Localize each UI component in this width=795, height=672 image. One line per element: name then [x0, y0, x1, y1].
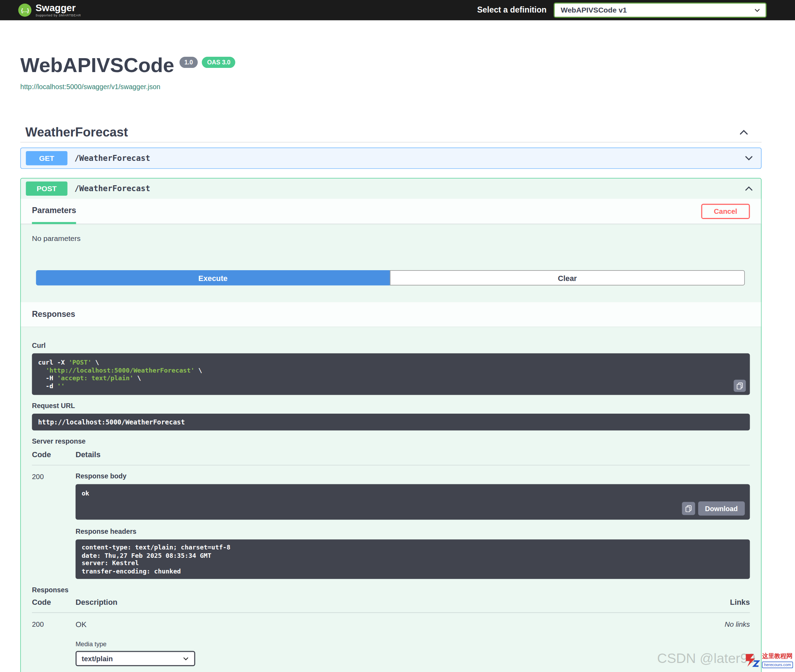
code-token: \	[91, 358, 99, 366]
media-type-label: Media type	[75, 641, 689, 648]
code-token-string: 'POST'	[69, 358, 91, 366]
page-title: WebAPIVSCode	[20, 54, 174, 75]
server-response-table: Code Details 200 Response body ok	[32, 450, 750, 579]
response-headers-block: content-type: text/plain; charset=utf-8 …	[75, 539, 750, 579]
response-header-line: content-type: text/plain; charset=utf-8	[82, 544, 744, 552]
herecours-logo-icon	[744, 652, 760, 668]
response-header-line: server: Kestrel	[82, 559, 744, 567]
curl-line: 'http://localhost:5000/WeatherForecast' …	[38, 366, 744, 374]
get-summary[interactable]: GET /WeatherForecast	[21, 148, 761, 168]
post-method-badge: POST	[26, 181, 67, 196]
get-method-badge: GET	[26, 151, 67, 165]
topbar: {…} Swagger Supported by SMARTBEAR Selec…	[0, 0, 795, 20]
site-logo-domain: herecours.com	[762, 662, 793, 668]
oas-badge: OAS 3.0	[202, 57, 235, 68]
execute-button[interactable]: Execute	[36, 270, 390, 285]
code-token: -d	[38, 382, 57, 390]
code-token-string: 'http://localhost:5000/WeatherForecast'	[46, 366, 194, 374]
clipboard-icon	[685, 505, 691, 512]
csdn-watermark: CSDN @later99	[657, 651, 755, 667]
copy-response-button[interactable]	[682, 502, 695, 515]
spec-url-link[interactable]: http://localhost:5000/swagger/v1/swagger…	[20, 83, 761, 91]
definition-select[interactable]: WebAPIVSCode v1	[553, 2, 767, 18]
version-badge: 1.0	[179, 57, 198, 68]
server-response-label: Server response	[32, 438, 750, 445]
tag-title: WeatherForecast	[26, 125, 128, 139]
parameters-header: Parameters Cancel	[21, 199, 761, 224]
code-token: \	[194, 366, 202, 374]
description-column-header: Description	[75, 598, 689, 606]
swagger-logo-icon: {…}	[18, 3, 31, 17]
tab-parameters[interactable]: Parameters	[32, 198, 76, 224]
get-path: /WeatherForecast	[75, 154, 150, 163]
responses-header-label: Responses	[32, 310, 75, 319]
select-definition-label: Select a definition	[477, 6, 546, 14]
page: {…} Swagger Supported by SMARTBEAR Selec…	[0, 0, 795, 672]
code-token	[38, 366, 46, 374]
api-info: WebAPIVSCode 1.0 OAS 3.0 http://localhos…	[20, 20, 761, 91]
code-token: -H	[38, 374, 57, 382]
curl-line: curl -X 'POST' \	[38, 358, 744, 366]
site-logo: 这里教程网 herecours.com	[744, 652, 793, 668]
media-type-select[interactable]: text/plain	[75, 651, 195, 666]
responses-doc-label: Responses	[32, 586, 750, 594]
clipboard-icon	[736, 382, 743, 389]
response-body-label: Response body	[75, 472, 750, 480]
cancel-button[interactable]: Cancel	[701, 204, 750, 219]
response-headers-label: Response headers	[75, 528, 750, 536]
no-parameters-text: No parameters	[21, 224, 761, 242]
curl-command-block: curl -X 'POST' \ 'http://localhost:5000/…	[32, 354, 750, 395]
code-token: \	[133, 374, 141, 382]
opblock-post: POST /WeatherForecast Parameters Cancel …	[20, 178, 761, 672]
server-response-row: 200 Response body ok Download	[32, 466, 750, 579]
post-path: /WeatherForecast	[75, 184, 150, 193]
request-url-label: Request URL	[32, 402, 750, 410]
request-url-value: http://localhost:5000/WeatherForecast	[32, 414, 750, 430]
brand-subtitle: Supported by SMARTBEAR	[35, 14, 81, 17]
response-code: 200	[32, 620, 75, 672]
code-column-header: Code	[32, 450, 75, 459]
code-column-header: Code	[32, 598, 75, 606]
curl-line: -d ''	[38, 382, 744, 390]
responses-section-header: Responses	[21, 302, 761, 326]
responses-doc-table: Code Description Links 200 OK Media type…	[32, 598, 750, 672]
copy-curl-button[interactable]	[734, 380, 746, 392]
response-body-block: ok Download	[75, 484, 750, 520]
clear-button[interactable]: Clear	[390, 270, 745, 285]
code-token-string: ''	[57, 382, 65, 390]
response-description: OK	[75, 620, 689, 629]
swagger-logo[interactable]: {…} Swagger Supported by SMARTBEAR	[18, 3, 81, 17]
opblock-get: GET /WeatherForecast	[20, 148, 761, 169]
curl-line: -H 'accept: text/plain' \	[38, 374, 744, 382]
response-doc-row: 200 OK Media type text/plain Controls Ac…	[32, 613, 750, 672]
details-column-header: Details	[75, 450, 750, 459]
download-button[interactable]: Download	[698, 501, 745, 516]
site-logo-title: 这里教程网	[762, 652, 793, 661]
chevron-down-icon	[182, 655, 189, 662]
response-header-line: transfer-encoding: chunked	[82, 567, 744, 575]
tag-section-header[interactable]: WeatherForecast	[20, 122, 761, 142]
response-body-text: ok	[82, 489, 744, 497]
response-header-line: date: Thu,27 Feb 2025 08:35:34 GMT	[82, 551, 744, 559]
execute-row: Execute Clear	[36, 270, 744, 285]
chevron-down-icon[interactable]	[744, 153, 754, 163]
brand-name: Swagger	[35, 3, 81, 13]
code-token-string: 'accept: text/plain'	[57, 374, 133, 382]
chevron-up-icon[interactable]	[744, 184, 754, 194]
chevron-down-icon	[754, 7, 760, 14]
curl-label: Curl	[32, 342, 750, 349]
chevron-up-icon[interactable]	[738, 126, 749, 138]
media-type-value: text/plain	[82, 654, 112, 662]
code-token: curl -X	[38, 358, 69, 366]
definition-select-value: WebAPIVSCode v1	[561, 6, 627, 14]
status-code: 200	[32, 472, 75, 579]
links-column-header: Links	[689, 598, 750, 606]
post-summary[interactable]: POST /WeatherForecast	[21, 179, 761, 199]
